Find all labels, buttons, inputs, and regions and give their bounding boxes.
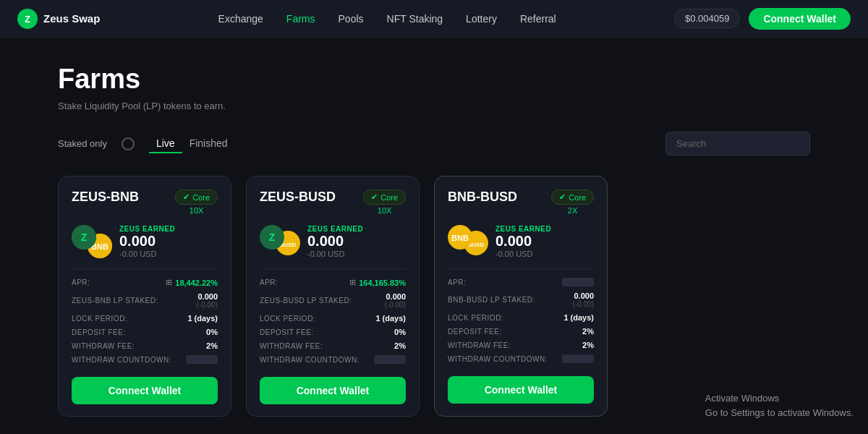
countdown-bar-bnb-busd — [562, 354, 594, 363]
farm-card-bnb-busd: BNB-BUSD ✔ Core 2X BNB BUSD — [434, 176, 608, 417]
nav-farms[interactable]: Farms — [286, 13, 315, 25]
farm-card-zeus-busd: ZEUS-BUSD ✔ Core 10X Z BUSD — [246, 176, 420, 417]
token-icons-zeus-busd: Z BUSD — [260, 225, 300, 258]
multiplier-zeus-bnb: 10X — [175, 206, 218, 215]
stat-withdraw-zeus-bnb: WITHDRAW FEE: 2% — [72, 341, 218, 350]
multiplier-bnb-busd: 2X — [551, 206, 594, 215]
core-label-bnb-busd: Core — [569, 193, 586, 202]
token-earned-zeus-busd: Z BUSD ZEUS EARNED 0.000 -0.00 USD — [260, 225, 406, 258]
stat-deposit-zeus-bnb: DEPOSIT FEE: 0% — [72, 328, 218, 336]
multiplier-zeus-busd: 10X — [363, 206, 406, 215]
stat-countdown-zeus-busd: WITHDRAW COUNTDOWN: — [260, 355, 406, 364]
earned-label-bnb-busd: ZEUS EARNED — [495, 225, 594, 233]
stat-withdraw-bnb-busd: WITHDRAW FEE: 2% — [448, 341, 594, 349]
page-subtitle: Stake Liquidity Pool (LP) tokens to earn… — [58, 101, 810, 111]
stat-countdown-bnb-busd: WITHDRAW COUNTDOWN: — [448, 354, 594, 363]
stat-lock-zeus-busd: LOCK PERIOD: 1 (days) — [260, 314, 406, 323]
svg-text:BNB: BNB — [451, 234, 469, 242]
core-badge-zeus-bnb: ✔ Core — [175, 190, 218, 205]
countdown-bar-zeus-bnb — [186, 355, 218, 364]
earned-usd-bnb-busd: -0.00 USD — [495, 250, 594, 258]
earned-usd-zeus-busd: -0.00 USD — [307, 250, 406, 258]
zeus-token-icon-2: Z — [260, 225, 284, 252]
logo: Z Zeus Swap — [17, 9, 100, 29]
countdown-bar-zeus-busd — [374, 355, 406, 364]
stat-countdown-zeus-bnb: WITHDRAW COUNTDOWN: — [72, 355, 218, 364]
card-header-bnb-busd: BNB-BUSD ✔ Core 2X — [448, 190, 594, 215]
nav-exchange[interactable]: Exchange — [218, 13, 263, 25]
connect-wallet-zeus-busd-button[interactable]: Connect Wallet — [260, 377, 406, 404]
stat-lp-bnb-busd: BNB-BUSD LP STAKED: 0.000 (-0.00) — [448, 292, 594, 308]
earned-value-zeus-bnb: 0.000 — [119, 233, 218, 250]
apr-bar-bnb-busd — [562, 278, 594, 286]
earned-label-zeus-busd: ZEUS EARNED — [307, 225, 406, 233]
card-title-zeus-busd: ZEUS-BUSD — [260, 190, 336, 205]
card-header-zeus-busd: ZEUS-BUSD ✔ Core 10X — [260, 190, 406, 215]
zeus-token-icon: Z — [72, 225, 96, 250]
tab-group: Live Finished — [149, 135, 235, 153]
nav-lottery[interactable]: Lottery — [466, 13, 497, 25]
stat-lock-zeus-bnb: LOCK PERIOD: 1 (days) — [72, 314, 218, 323]
card-title-zeus-bnb: ZEUS-BNB — [72, 190, 139, 205]
stat-lp-zeus-bnb: ZEUS-BNB LP STAKED: 0.000 (-0.00) — [72, 292, 218, 309]
stat-lp-zeus-busd: ZEUS-BUSD LP STAKED: 0.000 (-0.00) — [260, 292, 406, 309]
earned-value-zeus-busd: 0.000 — [307, 233, 406, 250]
nav-nft-staking[interactable]: NFT Staking — [387, 13, 443, 25]
cards-row: ZEUS-BNB ✔ Core 10X Z BNB — [58, 176, 810, 417]
earned-usd-zeus-bnb: -0.00 USD — [119, 250, 218, 258]
nav-links: Exchange Farms Pools NFT Staking Lottery… — [218, 13, 556, 25]
tab-finished[interactable]: Finished — [182, 135, 235, 153]
navbar: Z Zeus Swap Exchange Farms Pools NFT Sta… — [0, 0, 868, 38]
core-label-zeus-bnb: Core — [192, 193, 210, 202]
price-badge: $0.004059 — [674, 9, 740, 28]
stat-withdraw-zeus-busd: WITHDRAW FEE: 2% — [260, 341, 406, 350]
stat-apr-zeus-bnb: APR: ⊞ 18,442.22% — [72, 278, 218, 287]
card-title-bnb-busd: BNB-BUSD — [448, 190, 517, 205]
stat-apr-zeus-busd: APR: ⊞ 164,165.83% — [260, 278, 406, 287]
stat-deposit-zeus-busd: DEPOSIT FEE: 0% — [260, 328, 406, 336]
stat-apr-bnb-busd: APR: — [448, 278, 594, 286]
token-icons-zeus-bnb: Z BNB — [72, 225, 112, 258]
nav-referral[interactable]: Referral — [520, 13, 556, 25]
apr-value-zeus-busd: 164,165.83% — [359, 278, 406, 287]
search-input[interactable] — [665, 132, 810, 156]
page-title: Farms — [58, 64, 810, 95]
svg-text:Z: Z — [25, 14, 30, 25]
main-content: Farms Stake Liquidity Pool (LP) tokens t… — [0, 38, 868, 431]
earned-value-bnb-busd: 0.000 — [495, 233, 594, 250]
apr-value-zeus-bnb: 18,442.22% — [175, 278, 218, 287]
nav-pools[interactable]: Pools — [339, 13, 364, 25]
farm-card-zeus-bnb: ZEUS-BNB ✔ Core 10X Z BNB — [58, 176, 231, 417]
svg-text:Z: Z — [81, 231, 88, 243]
core-badge-zeus-busd: ✔ Core — [363, 190, 406, 205]
token-earned-bnb-busd: BNB BUSD ZEUS EARNED 0.000 -0.00 USD — [448, 225, 594, 258]
connect-wallet-bnb-busd-button[interactable]: Connect Wallet — [448, 376, 594, 404]
stat-lock-bnb-busd: LOCK PERIOD: 1 (days) — [448, 313, 594, 322]
staked-only-toggle[interactable] — [122, 137, 135, 150]
logo-text: Zeus Swap — [43, 12, 100, 25]
token-icons-bnb-busd: BNB BUSD — [448, 225, 488, 258]
card-stats-bnb-busd: APR: BNB-BUSD LP STAKED: 0.000 (-0.00) L… — [448, 268, 594, 363]
bnb-token-icon-front: BNB — [448, 225, 472, 252]
card-stats-zeus-bnb: APR: ⊞ 18,442.22% ZEUS-BNB LP STAKED: 0.… — [72, 268, 218, 364]
connect-wallet-zeus-bnb-button[interactable]: Connect Wallet — [72, 377, 218, 404]
connect-wallet-nav-button[interactable]: Connect Wallet — [749, 8, 851, 30]
core-badge-bnb-busd: ✔ Core — [551, 190, 594, 205]
logo-icon: Z — [17, 9, 38, 29]
filter-row: Staked only Live Finished — [58, 132, 810, 156]
token-earned-zeus-bnb: Z BNB ZEUS EARNED 0.000 -0.00 USD — [72, 225, 218, 258]
filter-left: Staked only Live Finished — [58, 135, 235, 153]
svg-text:Z: Z — [269, 231, 276, 243]
tab-live[interactable]: Live — [149, 135, 182, 153]
nav-right: $0.004059 Connect Wallet — [674, 8, 851, 30]
stat-deposit-bnb-busd: DEPOSIT FEE: 2% — [448, 327, 594, 336]
staked-only-label: Staked only — [58, 138, 107, 149]
card-stats-zeus-busd: APR: ⊞ 164,165.83% ZEUS-BUSD LP STAKED: … — [260, 268, 406, 364]
core-label-zeus-busd: Core — [380, 193, 398, 202]
card-header-zeus-bnb: ZEUS-BNB ✔ Core 10X — [72, 190, 218, 215]
earned-label-zeus-bnb: ZEUS EARNED — [119, 225, 218, 233]
